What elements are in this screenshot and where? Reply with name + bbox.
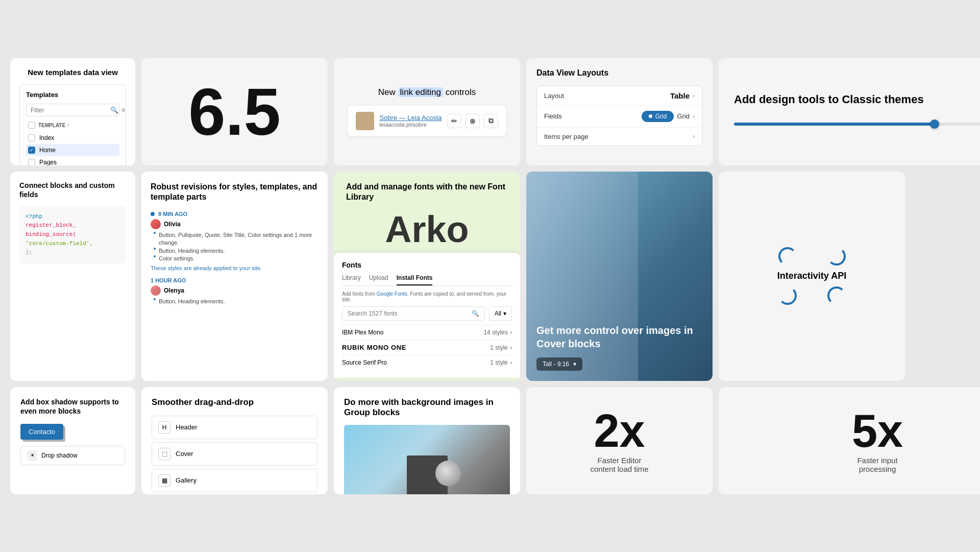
dataview-items-label: Items per page (544, 133, 589, 140)
fonts-tabs: Library Upload Install Fonts (342, 274, 512, 286)
template-row-index[interactable]: Index (26, 132, 119, 144)
code-line-5: ); (26, 248, 120, 257)
revision-change-3: Color settings. (154, 255, 318, 262)
dnd-item-gallery: ▦ Gallery (152, 469, 317, 492)
design-tools-title: Add design tools to Classic themes (734, 92, 980, 107)
checkbox-index[interactable] (28, 134, 35, 141)
search-icon: 🔍 (110, 106, 118, 114)
code-line-2: register_block_ (26, 221, 120, 230)
font-name-2: Source Serif Pro (342, 359, 387, 366)
cover-block-icon: ⬚ (158, 448, 170, 460)
chevron-right-icon-3: › (693, 133, 695, 140)
spinners-bottom-row (778, 286, 846, 305)
code-line-4: 'core/custom-field', (26, 239, 120, 249)
revision-change-2: Button, Heading elements. (154, 247, 318, 255)
slider-track[interactable] (734, 123, 980, 126)
slider-thumb[interactable] (930, 119, 939, 129)
fonts-search-box[interactable]: 🔍 (342, 306, 485, 321)
fonts-panel: Fonts Library Upload Install Fonts Add f… (334, 253, 520, 378)
link-copy-btn[interactable]: ⧉ (484, 114, 498, 128)
filter-input[interactable] (31, 107, 107, 114)
card-link-editing: New link editing controls Sobre — Leia A… (334, 58, 520, 165)
revision-change-1: Button, Pullquote, Quote, Site Title, Co… (154, 231, 318, 247)
fonts-install-note: Add fonts from Google Fonts. Fonts are c… (342, 291, 512, 302)
version-number: 6.5 (188, 79, 281, 145)
dataview-grid-chip[interactable]: Grid (642, 111, 674, 122)
font-row-2[interactable]: Source Serif Pro 1 style › (342, 355, 512, 370)
checkbox-home[interactable] (28, 147, 35, 154)
header-block-icon: H (158, 421, 170, 434)
link-unlink-btn[interactable]: ⊗ (465, 114, 480, 128)
spinner-top-right (827, 247, 846, 266)
dataview-fields-label: Fields (544, 112, 562, 120)
card-5x: 5x Faster inputprocessing (719, 387, 980, 494)
card-version: 6.5 (141, 58, 328, 165)
card-templates: New templates data view Templates 🔍 ≡ TE… (10, 58, 135, 165)
dnd-title: Smoother drag-and-drop (152, 397, 317, 407)
card-fonts: Add and manage fonts with the new Font L… (334, 172, 520, 381)
tab-library[interactable]: Library (342, 274, 361, 285)
sun-icon: ☀ (27, 450, 37, 461)
templates-box: Templates 🔍 ≡ TEMPLATE ↑ Index Home Page… (19, 84, 126, 165)
google-fonts-link[interactable]: Google Fonts (377, 291, 407, 297)
fonts-panel-title: Fonts (342, 261, 512, 269)
bgimg-photo (344, 425, 510, 494)
card-cover: Get more control over images in Cover bl… (526, 172, 713, 381)
gallery-block-icon: ▦ (158, 474, 170, 487)
fonts-search-input[interactable] (348, 310, 469, 317)
font-styles-2: 1 style › (490, 359, 512, 366)
tab-install-fonts[interactable]: Install Fonts (397, 274, 433, 285)
card-design-tools: Add design tools to Classic themes (719, 58, 980, 165)
font-row-1[interactable]: RUBIK MONO ONE 1 style › (342, 340, 512, 355)
shadow-option-label: Drop shadow (41, 452, 78, 459)
cover-ratio-select[interactable]: Tall - 9:16 ▾ (536, 357, 582, 371)
card-shadow: Add box shadow supports to even more blo… (10, 387, 135, 494)
link-edit-btn[interactable]: ✏ (447, 114, 461, 128)
dnd-item-header-label: Header (176, 423, 198, 431)
filter-row[interactable]: 🔍 ≡ (26, 104, 119, 116)
fonts-big-text: Arko (346, 211, 508, 248)
spinner-bottom-left (778, 286, 797, 305)
bgimg-sphere (435, 461, 461, 486)
checkbox-pages[interactable] (28, 159, 35, 165)
dataview-layout-row[interactable]: Layout Table › (537, 86, 702, 106)
fonts-search-icon: 🔍 (472, 310, 479, 317)
dnd-item-header: H Header (152, 416, 317, 439)
filter-icon: ≡ (121, 106, 126, 114)
font-name-1: RUBIK MONO ONE (342, 344, 406, 351)
dataview-fields-right: Grid Grid › (642, 111, 695, 122)
card-dnd: Smoother drag-and-drop H Header ⬚ Cover … (141, 387, 328, 494)
header-checkbox[interactable] (28, 122, 35, 129)
font-row-0[interactable]: IBM Plex Mono 14 styles › (342, 325, 512, 340)
chip-label: Grid (655, 113, 667, 120)
template-name-pages: Pages (39, 159, 57, 165)
card-interactivity: Interactivity API (719, 172, 905, 381)
main-grid: New templates data view Templates 🔍 ≡ TE… (0, 48, 980, 505)
template-row-home[interactable]: Home (26, 144, 119, 156)
shadow-option[interactable]: ☀ Drop shadow (20, 446, 125, 465)
fonts-filter-select[interactable]: All ▾ (489, 306, 512, 321)
dataview-items-row[interactable]: Items per page › (537, 128, 702, 146)
five-x-number: 5x (852, 408, 903, 454)
dataview-fields-row[interactable]: Fields Grid Grid › (537, 106, 702, 128)
five-x-label: Faster inputprocessing (857, 456, 897, 473)
fonts-heading: Add and manage fonts with the new Font L… (346, 182, 508, 203)
revision-avatar-1 (151, 219, 161, 229)
link-info: Sobre — Leia Acosta leiaacosta.pt/sobre (379, 114, 442, 128)
card-connect: Connect blocks and custom fields <?php r… (10, 172, 135, 381)
spinners-top-row (778, 247, 846, 266)
cover-text: Get more control over images in Cover bl… (536, 324, 702, 350)
dataview-grid-btn[interactable]: Grid (677, 112, 690, 120)
card-2x: 2x Faster Editorcontent load time (526, 387, 713, 494)
shadow-demo-button[interactable]: Contacto (20, 424, 63, 440)
two-x-label: Faster Editorcontent load time (590, 456, 648, 473)
chip-dot (649, 114, 652, 118)
link-avatar (356, 112, 374, 130)
cover-overlay: Get more control over images in Cover bl… (526, 172, 713, 381)
template-row-pages[interactable]: Pages (26, 156, 119, 165)
revision-author-row-1: Olivia (151, 219, 318, 229)
dnd-item-gallery-label: Gallery (176, 476, 197, 484)
link-url: leiaacosta.pt/sobre (379, 122, 442, 128)
tab-upload[interactable]: Upload (369, 274, 388, 285)
bgimg-title: Do more with background images in Group … (344, 397, 510, 418)
